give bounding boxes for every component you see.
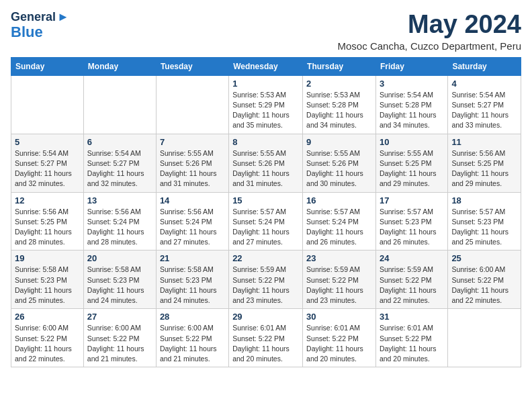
day-number: 28 (160, 312, 225, 322)
day-detail: Sunrise: 5:58 AM Sunset: 5:23 PM Dayligh… (15, 265, 80, 306)
calendar-cell (11, 75, 84, 134)
calendar-cell: 22Sunrise: 5:59 AM Sunset: 5:22 PM Dayli… (229, 250, 303, 309)
calendar-cell: 20Sunrise: 5:58 AM Sunset: 5:23 PM Dayli… (83, 250, 156, 309)
day-number: 5 (15, 137, 80, 147)
day-number: 26 (15, 312, 80, 322)
calendar-cell: 2Sunrise: 5:53 AM Sunset: 5:28 PM Daylig… (303, 75, 376, 134)
day-detail: Sunrise: 5:57 AM Sunset: 5:24 PM Dayligh… (232, 207, 299, 248)
day-detail: Sunrise: 5:55 AM Sunset: 5:26 PM Dayligh… (160, 148, 225, 189)
calendar-table: SundayMondayTuesdayWednesdayThursdayFrid… (11, 57, 521, 367)
day-detail: Sunrise: 6:01 AM Sunset: 5:22 PM Dayligh… (306, 323, 372, 364)
day-detail: Sunrise: 5:55 AM Sunset: 5:26 PM Dayligh… (232, 148, 299, 189)
day-detail: Sunrise: 5:53 AM Sunset: 5:29 PM Dayligh… (232, 90, 299, 131)
weekday-header-friday: Friday (375, 57, 447, 75)
day-number: 24 (380, 253, 444, 263)
day-detail: Sunrise: 6:00 AM Sunset: 5:22 PM Dayligh… (15, 323, 80, 364)
day-number: 15 (232, 195, 299, 205)
day-detail: Sunrise: 6:00 AM Sunset: 5:22 PM Dayligh… (160, 323, 225, 364)
weekday-header-tuesday: Tuesday (156, 57, 228, 75)
day-number: 18 (451, 195, 517, 205)
calendar-cell: 30Sunrise: 6:01 AM Sunset: 5:22 PM Dayli… (303, 309, 376, 367)
calendar-cell: 31Sunrise: 6:01 AM Sunset: 5:22 PM Dayli… (375, 309, 447, 367)
title-block: May 2024 Mosoc Cancha, Cuzco Department,… (338, 11, 521, 52)
day-detail: Sunrise: 6:00 AM Sunset: 5:22 PM Dayligh… (87, 323, 152, 364)
calendar-cell (156, 75, 228, 134)
day-number: 8 (232, 137, 299, 147)
calendar-cell: 10Sunrise: 5:55 AM Sunset: 5:25 PM Dayli… (375, 134, 447, 192)
calendar-cell: 8Sunrise: 5:55 AM Sunset: 5:26 PM Daylig… (229, 134, 303, 192)
day-number: 27 (87, 312, 152, 322)
day-number: 21 (160, 253, 225, 263)
day-detail: Sunrise: 5:56 AM Sunset: 5:25 PM Dayligh… (451, 148, 517, 189)
calendar-cell: 11Sunrise: 5:56 AM Sunset: 5:25 PM Dayli… (448, 134, 521, 192)
day-number: 2 (306, 79, 372, 89)
day-detail: Sunrise: 5:54 AM Sunset: 5:27 PM Dayligh… (15, 148, 80, 189)
calendar-cell: 21Sunrise: 5:58 AM Sunset: 5:23 PM Dayli… (156, 250, 228, 309)
page-header: General► Blue May 2024 Mosoc Cancha, Cuz… (11, 11, 521, 52)
calendar-cell: 28Sunrise: 6:00 AM Sunset: 5:22 PM Dayli… (156, 309, 228, 367)
calendar-cell: 14Sunrise: 5:56 AM Sunset: 5:24 PM Dayli… (156, 192, 228, 250)
day-number: 14 (160, 195, 225, 205)
day-detail: Sunrise: 6:01 AM Sunset: 5:22 PM Dayligh… (232, 323, 299, 364)
day-detail: Sunrise: 5:57 AM Sunset: 5:24 PM Dayligh… (306, 207, 372, 248)
weekday-header-saturday: Saturday (448, 57, 521, 75)
calendar-cell: 6Sunrise: 5:54 AM Sunset: 5:27 PM Daylig… (83, 134, 156, 192)
day-number: 4 (451, 79, 517, 89)
day-number: 7 (160, 137, 225, 147)
day-number: 1 (232, 79, 299, 89)
calendar-cell: 29Sunrise: 6:01 AM Sunset: 5:22 PM Dayli… (229, 309, 303, 367)
day-number: 10 (380, 137, 444, 147)
day-number: 9 (306, 137, 372, 147)
day-detail: Sunrise: 5:58 AM Sunset: 5:23 PM Dayligh… (160, 265, 225, 306)
calendar-cell: 13Sunrise: 5:56 AM Sunset: 5:24 PM Dayli… (83, 192, 156, 250)
day-number: 6 (87, 137, 152, 147)
calendar-cell: 19Sunrise: 5:58 AM Sunset: 5:23 PM Dayli… (11, 250, 84, 309)
day-number: 30 (306, 312, 372, 322)
day-detail: Sunrise: 6:00 AM Sunset: 5:22 PM Dayligh… (451, 265, 517, 306)
calendar-cell: 5Sunrise: 5:54 AM Sunset: 5:27 PM Daylig… (11, 134, 84, 192)
calendar-cell: 24Sunrise: 5:59 AM Sunset: 5:22 PM Dayli… (375, 250, 447, 309)
day-detail: Sunrise: 5:59 AM Sunset: 5:22 PM Dayligh… (232, 265, 299, 306)
day-number: 11 (451, 137, 517, 147)
day-number: 13 (87, 195, 152, 205)
day-detail: Sunrise: 5:58 AM Sunset: 5:23 PM Dayligh… (87, 265, 152, 306)
day-number: 22 (232, 253, 299, 263)
day-detail: Sunrise: 5:59 AM Sunset: 5:22 PM Dayligh… (306, 265, 372, 306)
calendar-cell: 18Sunrise: 5:57 AM Sunset: 5:23 PM Dayli… (448, 192, 521, 250)
calendar-cell: 9Sunrise: 5:55 AM Sunset: 5:26 PM Daylig… (303, 134, 376, 192)
calendar-cell (448, 309, 521, 367)
day-number: 3 (380, 79, 444, 89)
day-number: 16 (306, 195, 372, 205)
day-number: 25 (451, 253, 517, 263)
day-detail: Sunrise: 5:59 AM Sunset: 5:22 PM Dayligh… (380, 265, 444, 306)
calendar-cell: 1Sunrise: 5:53 AM Sunset: 5:29 PM Daylig… (229, 75, 303, 134)
logo: General► Blue (11, 11, 69, 40)
calendar-cell: 4Sunrise: 5:54 AM Sunset: 5:27 PM Daylig… (448, 75, 521, 134)
weekday-header-sunday: Sunday (11, 57, 84, 75)
calendar-cell: 23Sunrise: 5:59 AM Sunset: 5:22 PM Dayli… (303, 250, 376, 309)
day-number: 19 (15, 253, 80, 263)
day-detail: Sunrise: 5:56 AM Sunset: 5:24 PM Dayligh… (87, 207, 152, 248)
calendar-cell: 7Sunrise: 5:55 AM Sunset: 5:26 PM Daylig… (156, 134, 228, 192)
day-detail: Sunrise: 5:54 AM Sunset: 5:27 PM Dayligh… (451, 90, 517, 131)
day-detail: Sunrise: 5:54 AM Sunset: 5:28 PM Dayligh… (380, 90, 444, 131)
day-detail: Sunrise: 5:55 AM Sunset: 5:25 PM Dayligh… (380, 148, 444, 189)
day-number: 29 (232, 312, 299, 322)
location-title: Mosoc Cancha, Cuzco Department, Peru (338, 40, 521, 52)
day-detail: Sunrise: 6:01 AM Sunset: 5:22 PM Dayligh… (380, 323, 444, 364)
calendar-cell: 15Sunrise: 5:57 AM Sunset: 5:24 PM Dayli… (229, 192, 303, 250)
day-detail: Sunrise: 5:56 AM Sunset: 5:24 PM Dayligh… (160, 207, 225, 248)
calendar-cell: 27Sunrise: 6:00 AM Sunset: 5:22 PM Dayli… (83, 309, 156, 367)
calendar-cell: 25Sunrise: 6:00 AM Sunset: 5:22 PM Dayli… (448, 250, 521, 309)
calendar-cell: 17Sunrise: 5:57 AM Sunset: 5:23 PM Dayli… (375, 192, 447, 250)
day-number: 12 (15, 195, 80, 205)
day-number: 17 (380, 195, 444, 205)
day-number: 31 (380, 312, 444, 322)
day-detail: Sunrise: 5:54 AM Sunset: 5:27 PM Dayligh… (87, 148, 152, 189)
calendar-cell: 26Sunrise: 6:00 AM Sunset: 5:22 PM Dayli… (11, 309, 84, 367)
month-title: May 2024 (338, 11, 521, 39)
day-number: 20 (87, 253, 152, 263)
day-detail: Sunrise: 5:56 AM Sunset: 5:25 PM Dayligh… (15, 207, 80, 248)
day-detail: Sunrise: 5:55 AM Sunset: 5:26 PM Dayligh… (306, 148, 372, 189)
day-detail: Sunrise: 5:57 AM Sunset: 5:23 PM Dayligh… (451, 207, 517, 248)
